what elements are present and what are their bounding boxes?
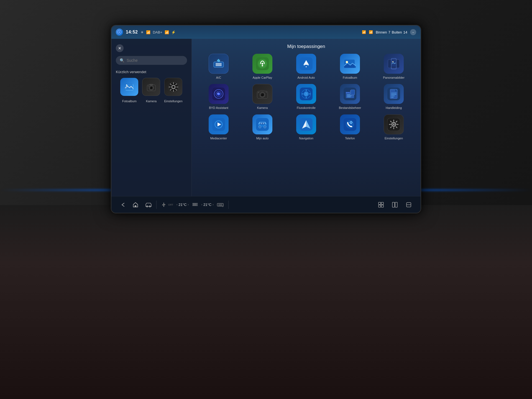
einstellungen-label: Einstellungen bbox=[385, 136, 403, 140]
app-panorama[interactable]: Panoramabilder bbox=[374, 54, 414, 80]
status-right: 📶 📶 Binnen 7 Buiten 14 – bbox=[362, 29, 416, 35]
svg-rect-47 bbox=[258, 92, 259, 93]
einstellungen-recent-icon bbox=[164, 78, 182, 96]
home-button[interactable] bbox=[129, 196, 142, 213]
car-background: 14:52 ☀ 📶 DAB+ 📶 ⚡ 📶 📶 Binnen 7 Buiten 1… bbox=[0, 0, 532, 399]
svg-point-48 bbox=[266, 92, 267, 93]
panorama-icon bbox=[384, 54, 404, 74]
carplay-icon bbox=[252, 54, 272, 74]
android-auto-label: Android Auto bbox=[298, 76, 315, 80]
mijn-auto-label: Mijn auto bbox=[256, 136, 269, 140]
svg-point-90 bbox=[346, 120, 354, 129]
switch-app-button[interactable] bbox=[402, 202, 415, 208]
app-bestandsbeheer[interactable]: Bestandsbeheer bbox=[330, 84, 370, 110]
recent-app-kamera[interactable]: Kamera bbox=[142, 78, 160, 103]
svg-point-5 bbox=[126, 85, 127, 86]
signal-bars2: 📶 bbox=[369, 30, 373, 34]
nav-icon bbox=[296, 114, 316, 134]
sleep-button[interactable]: – bbox=[410, 29, 416, 35]
svg-rect-94 bbox=[135, 205, 136, 207]
files-icon bbox=[340, 84, 360, 104]
ac-mode-button[interactable] bbox=[189, 202, 201, 207]
app-mijn-auto[interactable]: Mijn auto bbox=[242, 114, 283, 140]
temp-right-decrease[interactable]: ‹ bbox=[201, 203, 202, 206]
mycar-icon bbox=[252, 114, 272, 134]
temp-left-decrease[interactable]: ‹ bbox=[177, 203, 177, 206]
temp-right-value: 21°C bbox=[203, 203, 211, 207]
media-icon bbox=[209, 114, 229, 134]
flusskontrolle-label: Flusskontrolle bbox=[297, 106, 316, 110]
wifi-icon: 📶 bbox=[165, 30, 169, 34]
recent-apps-grid: Fotoalbum bbox=[116, 78, 187, 103]
recent-app-fotoalbum[interactable]: Fotoalbum bbox=[120, 78, 138, 103]
svg-rect-109 bbox=[392, 202, 395, 207]
svg-point-40 bbox=[218, 93, 218, 94]
temp-left-value: 21°C bbox=[178, 203, 186, 207]
app-android-auto[interactable]: Android Auto bbox=[286, 54, 326, 80]
search-input[interactable] bbox=[127, 58, 183, 63]
recently-label: Kürzlich verwendet bbox=[116, 70, 187, 74]
bottom-bar: OFF ‹ 21°C › ‹ 21°C › bbox=[111, 196, 421, 213]
phone-icon bbox=[340, 114, 360, 134]
app-einstellungen[interactable]: Einstellungen bbox=[374, 114, 414, 140]
svg-rect-108 bbox=[381, 205, 383, 207]
app-mediacenter[interactable]: Mediacenter bbox=[198, 114, 239, 140]
app-byd-assistant[interactable]: BYD Assistant bbox=[198, 84, 239, 110]
split-view-button[interactable] bbox=[388, 202, 401, 208]
status-left: 14:52 ☀ 📶 DAB+ 📶 ⚡ bbox=[116, 29, 176, 36]
infotainment-screen: 14:52 ☀ 📶 DAB+ 📶 ⚡ 📶 📶 Binnen 7 Buiten 1… bbox=[111, 25, 421, 213]
car-button[interactable] bbox=[142, 196, 155, 213]
manual-icon bbox=[384, 84, 404, 104]
app-flusskontrolle[interactable]: Flusskontrolle bbox=[286, 84, 326, 110]
recent-app-einstellungen[interactable]: Einstellungen bbox=[164, 78, 182, 103]
kamera-recent-icon bbox=[142, 78, 160, 96]
svg-rect-106 bbox=[381, 202, 383, 204]
app-navigation[interactable]: Navigation bbox=[286, 114, 326, 140]
outside-temp: 14 bbox=[403, 30, 407, 34]
byd-logo bbox=[116, 29, 123, 36]
inside-temp: 7 bbox=[388, 30, 390, 34]
app-kamera[interactable]: Kamera bbox=[242, 84, 283, 110]
svg-point-93 bbox=[393, 123, 395, 125]
einstellungen-recent-label: Einstellungen bbox=[164, 99, 182, 103]
handleiding-label: Handleiding bbox=[386, 106, 402, 110]
back-button[interactable] bbox=[117, 196, 129, 213]
search-box[interactable]: 🔍 bbox=[116, 56, 187, 65]
app-ac[interactable]: A/C bbox=[198, 54, 239, 80]
app-telefon[interactable]: Telefon bbox=[330, 114, 370, 140]
separator-2 bbox=[228, 201, 229, 209]
android-icon bbox=[296, 54, 316, 74]
grid-view-button[interactable] bbox=[375, 202, 387, 208]
signal-bars: 📶 bbox=[146, 30, 150, 34]
bottom-right-nav bbox=[375, 202, 415, 208]
rear-defroster-button[interactable]: F bbox=[213, 202, 227, 207]
main-content: ✕ 🔍 Kürzlich verwendet bbox=[111, 39, 421, 196]
app-fotoalbum[interactable]: Fotoalbum bbox=[330, 54, 370, 80]
svg-point-53 bbox=[305, 93, 307, 95]
kamera-recent-label: Kamera bbox=[146, 99, 157, 103]
fan-control-left[interactable]: OFF bbox=[158, 202, 177, 208]
status-icons: ☀ 📶 DAB+ 📶 ⚡ bbox=[140, 30, 175, 34]
bestandsbeheer-label: Bestandsbeheer bbox=[339, 106, 361, 110]
settings-icon bbox=[384, 114, 404, 134]
clock: 14:52 bbox=[126, 30, 138, 35]
carplay-label: Apple CarPlay bbox=[253, 76, 272, 80]
svg-rect-42 bbox=[260, 90, 265, 92]
svg-point-83 bbox=[265, 126, 265, 127]
app-handleiding[interactable]: Handleiding bbox=[374, 84, 414, 110]
flow-icon bbox=[296, 84, 316, 104]
navigation-label: Navigation bbox=[299, 136, 313, 140]
app-carplay[interactable]: Apple CarPlay bbox=[242, 54, 283, 80]
svg-rect-105 bbox=[378, 202, 381, 204]
svg-point-27 bbox=[306, 66, 307, 67]
telefon-label: Telefon bbox=[345, 136, 355, 140]
weather-icon: ☀ bbox=[140, 30, 144, 34]
svg-rect-85 bbox=[263, 123, 264, 124]
byd-icon bbox=[209, 84, 229, 104]
close-button[interactable]: ✕ bbox=[116, 44, 124, 52]
right-panel: Mijn toepassingen bbox=[192, 39, 421, 196]
kamera-label: Kamera bbox=[257, 106, 268, 110]
dashboard-surround bbox=[0, 205, 532, 399]
kamera-icon bbox=[252, 84, 272, 104]
separator-1 bbox=[156, 201, 157, 209]
